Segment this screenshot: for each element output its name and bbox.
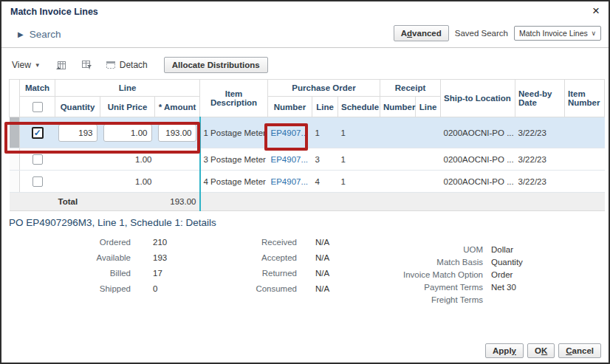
details-panel: Ordered210 Available193 Billed17 Shipped… [1,228,609,337]
po-schedule-cell: 1 [338,171,380,193]
detail-label: Shipped [24,284,131,293]
match-checkbox[interactable] [32,176,43,187]
search-section: ▶ Search Advanced Saved Search Match Inv… [1,21,609,48]
freeze-icon[interactable] [55,60,66,70]
advanced-button[interactable]: Advanced [394,25,449,41]
detail-label: Available [24,253,131,262]
search-expander[interactable]: ▶ Search [18,29,61,40]
query-by-example-icon[interactable] [81,60,92,70]
quantity-input[interactable] [58,124,97,142]
invoice-lines-table: Match Line Item Description Purchase Ord… [9,79,605,211]
match-cell [20,171,55,193]
table-row[interactable]: ✓ 1 Postage Meter L... EP4907... 1 1 020… [10,117,605,148]
col-header-unit-price: Unit Price [100,97,155,117]
need-by-cell: 3/22/23 [515,148,565,171]
detail-label: Ordered [24,238,131,247]
detach-button[interactable]: Detach [106,60,148,70]
detail-label: Consumed [190,284,297,293]
col-header-po-schedule: Schedule [338,97,380,117]
col-group-purchase-order: Purchase Order [268,80,380,97]
po-number-cell: EP4907... [268,117,312,148]
advanced-label-pre: A [401,29,407,38]
unit-price-cell [100,117,155,148]
view-menu-label: View [12,60,31,70]
match-checkbox[interactable] [32,154,43,165]
po-number-link[interactable]: EP4907... [271,155,309,164]
dialog-footer: Apply OK Cancel [485,343,601,358]
amount-cell [155,117,200,148]
detail-row-ordered: Ordered210 [24,238,167,247]
po-line-cell: 4 [312,171,338,193]
row-header-cell[interactable] [10,148,20,171]
details-receipt-block: ReceivedN/A AcceptedN/A ReturnedN/A Cons… [190,238,329,300]
detail-value: Net 30 [491,283,516,292]
detail-row-received: ReceivedN/A [190,238,329,247]
detail-value: 17 [153,269,162,278]
row-header-cell[interactable] [10,171,20,193]
apply-button[interactable]: Apply [485,343,524,358]
po-number-cell: EP4907... [268,148,312,171]
detail-row-returned: ReturnedN/A [190,269,329,278]
total-row-header [10,193,20,211]
close-icon[interactable]: × [592,4,600,18]
receipt-number-cell [380,117,416,148]
detail-label: Received [190,238,297,247]
detail-row-uom: UOMDollar [341,245,523,254]
detail-value: Quantity [491,258,523,267]
total-row: Total 193.00 [10,193,605,211]
ship-to-cell: 0200AOCNI-PO ... [441,117,515,148]
total-filler [200,193,605,211]
unit-price-cell: 1.00 [100,171,155,193]
need-by-cell: 3/22/23 [515,117,565,148]
ok-button[interactable]: OK [527,343,555,358]
menu-arrow-icon: ▼ [35,62,41,69]
chevron-down-icon: ∨ [591,30,596,37]
table-row[interactable]: 1.00 3 Postage Meter L... EP4907... 3 1 … [10,148,605,171]
detail-value: Order [491,270,513,279]
detail-value: N/A [315,269,329,278]
table-row[interactable]: 1.00 4 Postage Meter L... EP4907... 4 1 … [10,171,605,193]
item-description-cell: 3 Postage Meter L... [200,148,268,171]
detail-row-billed: Billed17 [24,269,167,278]
col-header-amount: * Amount [155,97,200,117]
total-amount: 193.00 [155,193,200,211]
match-checkbox-checked[interactable]: ✓ [32,127,44,139]
amount-input[interactable] [158,124,196,142]
po-number-link[interactable]: EP4907... [271,128,309,137]
item-number-cell [565,117,605,148]
detail-row-invoice-match-option: Invoice Match OptionOrder [341,270,523,279]
receipt-line-cell [416,171,441,193]
required-asterisk: * [159,103,162,111]
receipt-number-cell [380,171,416,193]
total-empty-cell [20,193,55,211]
po-number-link[interactable]: EP4907... [271,177,309,186]
row-header-cell[interactable] [10,117,20,148]
detach-label: Detach [120,60,148,70]
po-schedule-cell: 1 [338,117,380,148]
col-group-receipt: Receipt [380,80,441,97]
saved-search-dropdown[interactable]: Match Invoice Lines ∨ [514,26,601,41]
col-header-quantity: Quantity [55,97,100,117]
detail-value: 210 [153,238,167,247]
search-label: Search [30,29,61,40]
advanced-label-post: vanced [412,29,442,38]
expand-triangle-icon: ▶ [18,30,24,38]
cancel-button[interactable]: Cancel [558,343,601,358]
select-all-checkbox[interactable] [32,102,43,112]
po-line-cell: 3 [312,148,338,171]
view-menu-button[interactable]: View ▼ [12,60,41,70]
saved-search-label: Saved Search [455,29,508,38]
col-header-receipt-number: Number [380,97,416,117]
details-quantities-block: Ordered210 Available193 Billed17 Shipped… [24,238,167,300]
detail-value: N/A [315,253,329,262]
need-by-cell: 3/22/23 [515,171,565,193]
detail-row-payment-terms: Payment TermsNet 30 [341,283,523,292]
detail-value: N/A [315,238,329,247]
allocate-distributions-button[interactable]: Allocate Distributions [164,57,268,73]
detail-value: 193 [153,253,167,262]
apply-label-pre: Appl [493,346,512,355]
unit-price-cell: 1.00 [100,148,155,171]
ok-label-mnemonic: K [541,346,547,355]
detail-value: 0 [153,284,157,293]
unit-price-input[interactable] [103,124,152,142]
